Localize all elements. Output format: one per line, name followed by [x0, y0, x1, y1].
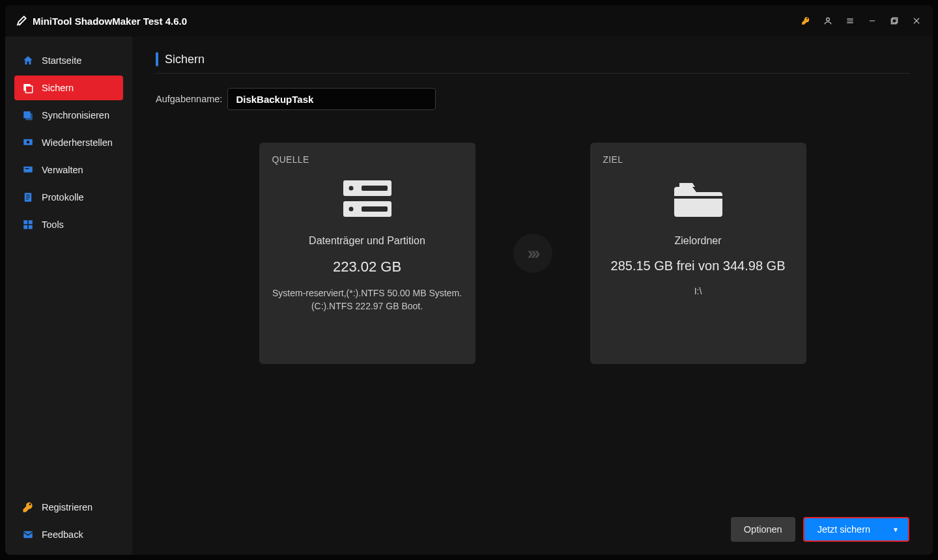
svg-rect-16 — [25, 168, 29, 169]
sidebar-feedback[interactable]: Feedback — [14, 522, 123, 547]
sidebar-item-label: Synchronisieren — [42, 110, 109, 120]
disk-icon — [339, 176, 395, 222]
options-button-label: Optionen — [744, 524, 782, 535]
destination-card-label: ZIEL — [603, 154, 623, 165]
sidebar-item-sync[interactable]: Synchronisieren — [14, 103, 123, 128]
backup-now-button[interactable]: Jetzt sichern ▼ — [803, 517, 909, 542]
svg-point-14 — [27, 141, 30, 144]
sidebar-item-manage[interactable]: Verwalten — [14, 158, 123, 182]
manage-icon — [22, 164, 34, 176]
sidebar-item-tools[interactable]: Tools — [14, 212, 123, 237]
sidebar-item-restore[interactable]: Wiederherstellen — [14, 130, 123, 155]
svg-rect-21 — [23, 220, 27, 224]
svg-rect-10 — [25, 86, 33, 93]
page-title-accent — [156, 52, 158, 66]
svg-rect-12 — [25, 113, 33, 120]
svg-rect-23 — [23, 225, 27, 229]
sidebar-item-label: Protokolle — [42, 192, 83, 203]
sidebar-item-label: Verwalten — [42, 165, 83, 175]
source-heading: Datenträger und Partition — [309, 235, 425, 247]
svg-rect-20 — [26, 199, 29, 199]
source-card[interactable]: QUELLE Datenträger und Partition 223.02 … — [259, 143, 476, 364]
sidebar-item-logs[interactable]: Protokolle — [14, 185, 123, 210]
svg-rect-19 — [26, 197, 30, 197]
mail-icon — [22, 529, 34, 540]
options-button[interactable]: Optionen — [731, 517, 795, 542]
app-title: MiniTool ShadowMaker Test 4.6.0 — [33, 16, 187, 27]
main-content: Sichern Aufgabenname: QUELLE — [132, 36, 933, 555]
svg-point-28 — [348, 186, 353, 191]
app-logo-icon — [16, 15, 27, 27]
sync-icon — [22, 109, 34, 121]
key-icon — [22, 501, 34, 513]
divider — [156, 73, 909, 74]
account-button[interactable] — [817, 10, 839, 32]
svg-rect-6 — [891, 19, 896, 24]
sidebar-item-label: Sichern — [42, 83, 74, 93]
source-size: 223.02 GB — [333, 259, 401, 275]
minimize-button[interactable] — [861, 10, 883, 32]
sidebar-register[interactable]: Registrieren — [14, 495, 123, 520]
logs-icon — [22, 191, 34, 203]
taskname-input[interactable] — [227, 88, 436, 110]
backup-icon — [22, 82, 34, 94]
svg-point-29 — [348, 207, 353, 212]
sidebar-item-label: Startseite — [42, 55, 81, 66]
sidebar: Startseite Sichern Synchronisieren Wiede… — [5, 36, 132, 555]
taskname-label: Aufgabenname: — [156, 94, 222, 104]
sidebar-item-label: Tools — [42, 219, 64, 230]
destination-free: 285.15 GB frei von 344.98 GB — [611, 259, 786, 273]
backup-now-label: Jetzt sichern — [817, 524, 870, 535]
svg-rect-24 — [29, 225, 33, 229]
tools-icon — [22, 219, 34, 231]
destination-heading: Zielordner — [674, 235, 721, 247]
home-icon — [22, 55, 34, 66]
restore-icon — [22, 137, 34, 148]
destination-card[interactable]: ZIEL Zielordner 285.15 GB frei von 344.9… — [590, 143, 806, 364]
svg-rect-30 — [362, 186, 388, 191]
source-detail: System-reserviert,(*:).NTFS 50.00 MB Sys… — [272, 287, 462, 313]
sidebar-item-label: Wiederherstellen — [42, 137, 113, 148]
sidebar-item-home[interactable]: Startseite — [14, 48, 123, 73]
maximize-button[interactable] — [883, 10, 905, 32]
source-card-label: QUELLE — [272, 154, 309, 165]
arrows-icon: ››› — [513, 234, 552, 273]
svg-rect-32 — [674, 196, 722, 199]
svg-rect-31 — [362, 206, 388, 212]
license-key-button[interactable] — [795, 10, 817, 32]
svg-rect-15 — [23, 167, 33, 173]
sidebar-register-label: Registrieren — [42, 502, 92, 512]
svg-rect-5 — [892, 18, 898, 23]
destination-path: I:\ — [694, 285, 702, 298]
svg-point-0 — [827, 18, 830, 21]
titlebar: MiniTool ShadowMaker Test 4.6.0 — [5, 5, 933, 36]
dropdown-caret-icon: ▼ — [892, 526, 899, 533]
svg-rect-18 — [26, 195, 30, 195]
svg-rect-22 — [29, 220, 33, 224]
sidebar-item-backup[interactable]: Sichern — [14, 76, 123, 100]
menu-button[interactable] — [839, 10, 861, 32]
sidebar-feedback-label: Feedback — [42, 529, 83, 540]
page-title: Sichern — [165, 53, 205, 66]
folder-icon — [670, 176, 726, 222]
close-button[interactable] — [905, 10, 928, 32]
